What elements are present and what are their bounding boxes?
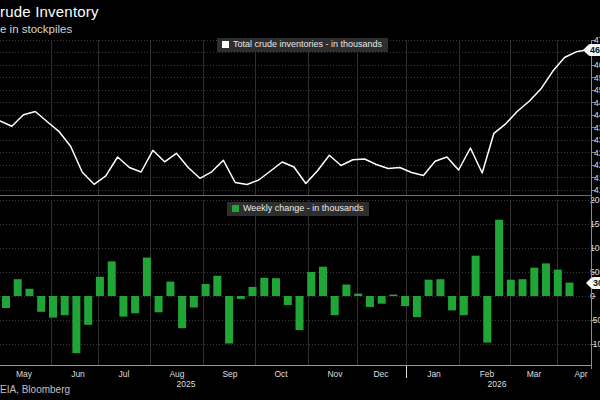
- legend-weekly-change: Weekly change - in thousands: [227, 202, 369, 216]
- weekly-change-bar: [131, 296, 139, 313]
- inventory-line-series: [0, 50, 588, 185]
- weekly-change-bar: [143, 258, 151, 296]
- weekly-change-bar: [49, 296, 57, 318]
- weekly-change-bar: [483, 296, 491, 343]
- weekly-change-bar: [72, 296, 80, 353]
- weekly-change-bar: [155, 296, 163, 312]
- weekly-change-bar: [413, 296, 421, 317]
- x-axis-month-label: Mar: [527, 369, 542, 379]
- weekly-change-bar: [237, 296, 245, 299]
- x-axis-year-label: 2025: [177, 379, 196, 389]
- x-axis-month-label: Oct: [274, 369, 288, 379]
- x-axis-year-label: 2026: [488, 379, 507, 389]
- legend-total-inventories-label: Total crude inventories - in thousands: [233, 40, 382, 49]
- weekly-change-bar: [225, 296, 233, 344]
- weekly-change-bar: [119, 296, 127, 317]
- y-axis-tick-label: 415000: [594, 173, 600, 183]
- weekly-change-bar: [378, 296, 386, 304]
- chart-subtitle: e in stockpiles: [0, 23, 72, 35]
- bar-series-swatch-icon: [232, 205, 239, 212]
- weekly-change-bar: [389, 295, 397, 296]
- x-axis-month-label: Jul: [119, 369, 130, 379]
- weekly-change-bar: [213, 276, 221, 296]
- weekly-change-bar: [166, 282, 174, 296]
- x-axis-month-label: Jan: [427, 369, 441, 379]
- weekly-change-bar: [2, 296, 10, 308]
- latest-inventory-badge: 466: [588, 44, 600, 56]
- weekly-change-bar: [296, 296, 304, 330]
- weekly-change-bar: [202, 284, 210, 296]
- weekly-change-bar: [425, 280, 433, 296]
- y-axis-tick-label: 460000: [594, 60, 600, 70]
- y-axis-tick-label: 440000: [594, 110, 600, 120]
- x-axis-month-label: Nov: [327, 369, 343, 379]
- charts-canvas: 4700004650004600004550004500004450004400…: [0, 0, 600, 400]
- y-axis-tick-label: 435000: [594, 123, 600, 133]
- weekly-change-bar: [96, 277, 104, 296]
- y-axis-tick-label: 0: [590, 291, 595, 301]
- weekly-change-bar: [530, 268, 538, 296]
- y-axis-tick-label: 430000: [594, 135, 600, 145]
- weekly-change-bar: [178, 296, 186, 328]
- weekly-change-bar: [14, 279, 22, 296]
- x-axis-month-label: Feb: [480, 369, 495, 379]
- weekly-change-bar: [307, 272, 315, 296]
- bloomberg-chart-panel: 4700004650004600004550004500004450004400…: [0, 0, 600, 400]
- y-axis-tick-label: 420000: [594, 160, 600, 170]
- weekly-change-bar: [354, 294, 362, 296]
- weekly-change-bar: [542, 263, 550, 296]
- weekly-change-bar: [26, 289, 34, 296]
- x-axis-month-label: Aug: [169, 369, 184, 379]
- weekly-change-bar: [272, 278, 280, 296]
- x-axis-month-label: Sep: [222, 369, 237, 379]
- weekly-change-bar: [472, 256, 480, 296]
- weekly-change-bar: [84, 296, 92, 325]
- weekly-change-bar: [448, 296, 456, 310]
- weekly-change-bar: [401, 296, 409, 306]
- weekly-change-bar: [342, 285, 350, 297]
- weekly-change-bar: [37, 296, 45, 312]
- y-axis-tick-label: 450000: [594, 85, 600, 95]
- legend-weekly-change-label: Weekly change - in thousands: [243, 204, 363, 213]
- latest-weekly-change-badge: 30: [591, 277, 600, 289]
- weekly-change-bar: [331, 296, 339, 315]
- weekly-change-bar: [61, 296, 69, 315]
- chart-title: rude Inventory: [0, 3, 99, 20]
- line-series-swatch-icon: [222, 41, 229, 48]
- y-axis-tick-label: 410000: [594, 185, 600, 195]
- x-axis-month-label: Dec: [373, 369, 389, 379]
- weekly-change-bar: [507, 280, 515, 296]
- weekly-change-bar: [366, 296, 374, 307]
- weekly-change-bar: [566, 283, 574, 296]
- weekly-change-bar: [519, 279, 527, 296]
- latest-weekly-change-value: 30: [593, 278, 600, 288]
- weekly-change-bar: [495, 220, 503, 296]
- weekly-change-bar: [260, 278, 268, 296]
- y-axis-tick-label: 455000: [594, 73, 600, 83]
- weekly-change-bar: [554, 270, 562, 296]
- source-label: EIA, Bloomberg: [0, 384, 70, 395]
- weekly-change-bar: [249, 287, 257, 296]
- x-axis-month-label: Apr: [574, 369, 587, 379]
- weekly-change-bar: [436, 279, 444, 296]
- x-axis-month-label: May: [16, 369, 33, 379]
- latest-inventory-value: 466: [590, 45, 600, 55]
- weekly-change-bar: [460, 296, 468, 315]
- legend-total-inventories: Total crude inventories - in thousands: [217, 38, 388, 52]
- x-axis-month-label: Jun: [71, 369, 85, 379]
- weekly-change-bar: [108, 261, 116, 296]
- y-axis-tick-label: 445000: [594, 98, 600, 108]
- weekly-change-bar: [190, 296, 198, 308]
- weekly-change-bar: [319, 267, 327, 296]
- weekly-change-bar: [284, 296, 292, 305]
- y-axis-tick-label: 425000: [594, 148, 600, 158]
